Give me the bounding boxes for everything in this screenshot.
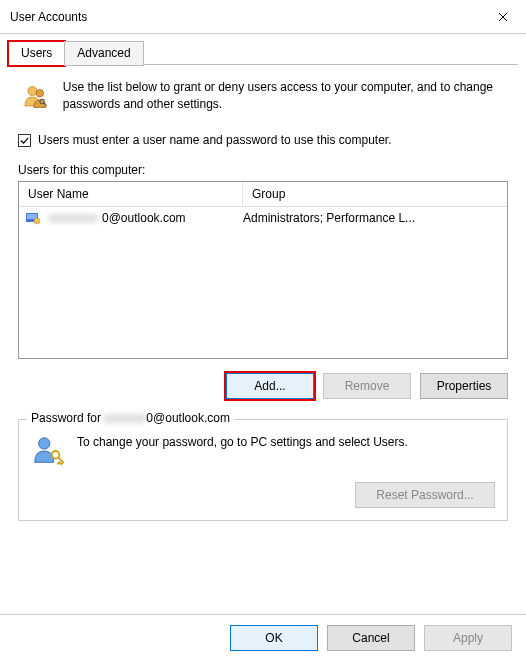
svg-point-0 bbox=[28, 87, 37, 96]
require-password-label: Users must enter a user name and passwor… bbox=[38, 133, 392, 147]
reset-row: Reset Password... bbox=[31, 482, 495, 508]
close-button[interactable] bbox=[480, 0, 526, 34]
properties-button[interactable]: Properties bbox=[420, 373, 508, 399]
user-buttons-row: Add... Remove Properties bbox=[18, 373, 508, 399]
list-row[interactable]: ­xxxxxxx0@outlook.com Administrators; Pe… bbox=[19, 207, 507, 229]
add-button[interactable]: Add... bbox=[226, 373, 314, 399]
tab-content: Use the list below to grant or deny user… bbox=[0, 65, 526, 531]
remove-button: Remove bbox=[323, 373, 411, 399]
intro-text: Use the list below to grant or deny user… bbox=[63, 79, 504, 113]
intro-row: Use the list below to grant or deny user… bbox=[18, 77, 508, 117]
svg-point-8 bbox=[52, 451, 60, 459]
window-title: User Accounts bbox=[10, 10, 87, 24]
cell-username: ­xxxxxxx0@outlook.com bbox=[25, 211, 243, 225]
users-list-label: Users for this computer: bbox=[18, 163, 508, 177]
tab-advanced[interactable]: Advanced bbox=[64, 41, 143, 66]
list-header: User Name Group bbox=[19, 182, 507, 207]
password-content: To change your password, go to PC settin… bbox=[31, 434, 495, 468]
apply-button: Apply bbox=[424, 625, 512, 651]
svg-point-6 bbox=[34, 218, 40, 224]
password-groupbox: Password for xxxxxx0@outlook.com To chan… bbox=[18, 419, 508, 521]
svg-point-1 bbox=[36, 90, 43, 97]
users-icon bbox=[22, 79, 49, 115]
reset-password-button: Reset Password... bbox=[355, 482, 495, 508]
password-text: To change your password, go to PC settin… bbox=[77, 434, 495, 451]
cell-group: Administrators; Performance L... bbox=[243, 211, 501, 225]
users-list[interactable]: User Name Group ­xxxxxxx0@outlook.com Ad… bbox=[18, 181, 508, 359]
require-password-row: Users must enter a user name and passwor… bbox=[18, 133, 508, 147]
svg-point-7 bbox=[39, 438, 50, 449]
dialog-footer: OK Cancel Apply bbox=[0, 614, 526, 665]
tab-users[interactable]: Users bbox=[8, 41, 65, 66]
close-icon bbox=[498, 12, 508, 22]
user-icon bbox=[25, 211, 41, 225]
ok-button[interactable]: OK bbox=[230, 625, 318, 651]
password-legend: Password for xxxxxx0@outlook.com bbox=[27, 411, 234, 425]
check-icon bbox=[20, 136, 29, 145]
titlebar: User Accounts bbox=[0, 0, 526, 34]
tab-strip: Users Advanced bbox=[8, 40, 518, 65]
key-icon bbox=[31, 434, 65, 468]
cancel-button[interactable]: Cancel bbox=[327, 625, 415, 651]
col-header-username[interactable]: User Name bbox=[19, 182, 243, 206]
col-header-group[interactable]: Group bbox=[243, 182, 507, 206]
require-password-checkbox[interactable] bbox=[18, 134, 31, 147]
